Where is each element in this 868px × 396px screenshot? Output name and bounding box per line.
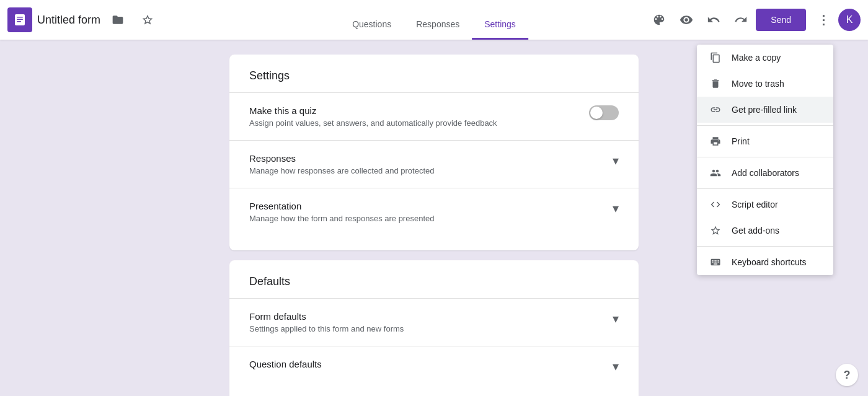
responses-desc: Manage how responses are collected and p…: [249, 166, 603, 175]
form-title: Untitled form: [37, 14, 100, 27]
tab-questions[interactable]: Questions: [340, 9, 404, 40]
responses-label: Responses: [249, 153, 603, 164]
presentation-setting-info: Presentation Manage how the form and res…: [249, 201, 603, 223]
menu-divider-3: [697, 188, 833, 189]
header-right: Send ⋮ K: [647, 7, 861, 32]
quiz-toggle[interactable]: [589, 105, 619, 120]
defaults-card: Defaults Form defaults Settings applied …: [229, 260, 639, 396]
question-defaults-info: Question defaults: [249, 359, 603, 372]
dropdown-menu: Make a copy Move to trash Get pre-filled…: [697, 45, 833, 275]
menu-item-script-editor[interactable]: Script editor: [697, 191, 833, 218]
menu-divider-1: [697, 125, 833, 126]
form-defaults-chevron-container: ▾: [613, 311, 619, 326]
question-defaults-label: Question defaults: [249, 359, 603, 369]
svg-rect-1: [17, 17, 23, 18]
menu-item-script-label: Script editor: [732, 200, 778, 209]
trash-icon: [709, 78, 722, 89]
tab-responses[interactable]: Responses: [404, 9, 472, 40]
menu-item-print-label: Print: [732, 136, 750, 146]
menu-item-copy-label: Make a copy: [732, 53, 781, 63]
form-defaults-chevron-icon: ▾: [613, 311, 619, 326]
menu-item-trash[interactable]: Move to trash: [697, 71, 833, 97]
form-defaults-label: Form defaults: [249, 311, 603, 322]
quiz-label: Make this a quiz: [249, 105, 579, 116]
app-icon[interactable]: [7, 7, 32, 32]
quiz-setting-row: Make this a quiz Assign point values, se…: [249, 93, 619, 140]
presentation-desc: Manage how the form and responses are pr…: [249, 214, 603, 223]
header-left: Untitled form: [7, 7, 647, 32]
presentation-setting-row[interactable]: Presentation Manage how the form and res…: [249, 188, 619, 235]
folder-button[interactable]: [105, 7, 130, 32]
undo-button[interactable]: [701, 7, 726, 32]
main-content: Settings Make this a quiz Assign point v…: [0, 40, 868, 396]
settings-card: Settings Make this a quiz Assign point v…: [229, 55, 639, 250]
keyboard-icon: [709, 257, 722, 268]
avatar[interactable]: K: [838, 9, 861, 31]
tabs-container: Questions Responses Settings: [340, 9, 528, 40]
quiz-toggle-container: [589, 105, 619, 120]
form-defaults-desc: Settings applied to this form and new fo…: [249, 324, 603, 333]
send-button[interactable]: Send: [756, 9, 806, 31]
more-options-button[interactable]: ⋮: [811, 7, 836, 32]
menu-item-prefilled-link[interactable]: Get pre-filled link: [697, 97, 833, 123]
defaults-card-title: Defaults: [249, 275, 619, 288]
content-area: Settings Make this a quiz Assign point v…: [229, 55, 639, 396]
question-defaults-chevron-container: ▾: [613, 359, 619, 374]
question-defaults-chevron-icon: ▾: [613, 359, 619, 374]
presentation-chevron-container: ▾: [613, 201, 619, 216]
tab-settings[interactable]: Settings: [472, 9, 528, 40]
quiz-setting-info: Make this a quiz Assign point values, se…: [249, 105, 579, 128]
addons-star-icon: [709, 225, 722, 236]
presentation-label: Presentation: [249, 201, 603, 211]
form-defaults-row[interactable]: Form defaults Settings applied to this f…: [249, 299, 619, 346]
header: Untitled form Questions Responses Settin…: [0, 0, 868, 40]
responses-chevron-icon: ▾: [613, 153, 619, 168]
responses-setting-info: Responses Manage how responses are colle…: [249, 153, 603, 175]
menu-item-prefilled-label: Get pre-filled link: [732, 105, 797, 115]
help-button[interactable]: ?: [836, 364, 858, 386]
star-button[interactable]: [135, 7, 160, 32]
preview-button[interactable]: [674, 7, 699, 32]
menu-item-keyboard-label: Keyboard shortcuts: [732, 257, 807, 267]
redo-button[interactable]: [728, 7, 753, 32]
menu-item-copy[interactable]: Make a copy: [697, 45, 833, 71]
menu-divider-2: [697, 157, 833, 157]
print-icon: [709, 136, 722, 147]
menu-item-addons-label: Get add-ons: [732, 226, 779, 235]
form-defaults-info: Form defaults Settings applied to this f…: [249, 311, 603, 333]
customize-palette-button[interactable]: [647, 7, 671, 32]
copy-icon: [709, 52, 722, 63]
responses-chevron-container: ▾: [613, 153, 619, 168]
svg-rect-3: [17, 21, 21, 22]
people-icon: [709, 167, 722, 178]
menu-item-print[interactable]: Print: [697, 128, 833, 154]
menu-item-keyboard-shortcuts[interactable]: Keyboard shortcuts: [697, 249, 833, 275]
settings-card-title: Settings: [249, 69, 619, 82]
question-defaults-row[interactable]: Question defaults ▾: [249, 346, 619, 386]
menu-item-collaborators[interactable]: Add collaborators: [697, 160, 833, 186]
menu-divider-4: [697, 246, 833, 247]
presentation-chevron-icon: ▾: [613, 201, 619, 216]
svg-rect-2: [17, 19, 23, 20]
link-icon: [709, 104, 722, 115]
menu-item-collaborators-label: Add collaborators: [732, 168, 799, 178]
quiz-desc: Assign point values, set answers, and au…: [249, 118, 579, 128]
code-icon: [709, 199, 722, 210]
menu-item-trash-label: Move to trash: [732, 79, 784, 89]
menu-item-addons[interactable]: Get add-ons: [697, 218, 833, 244]
responses-setting-row[interactable]: Responses Manage how responses are colle…: [249, 141, 619, 188]
